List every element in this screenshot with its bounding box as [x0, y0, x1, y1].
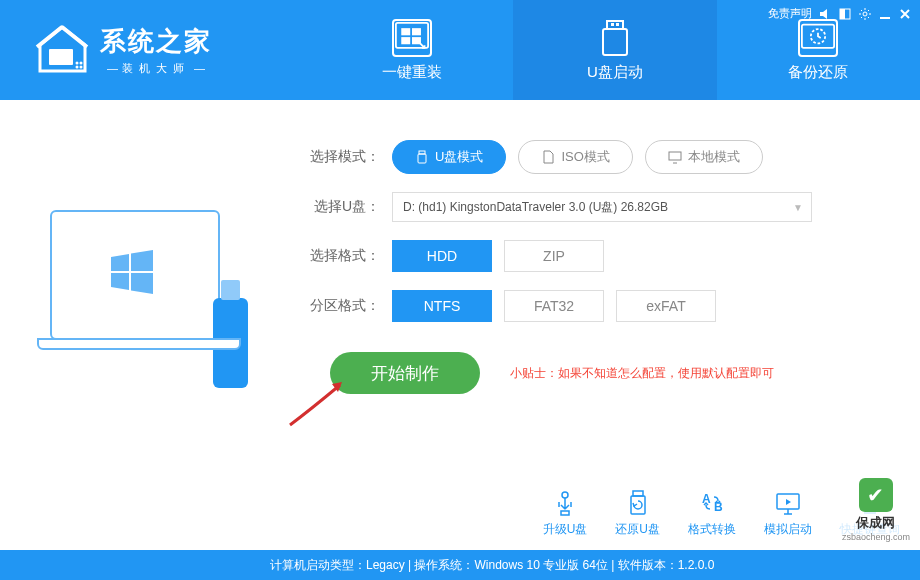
monitor-icon: [668, 150, 682, 164]
tab-label: U盘启动: [587, 63, 643, 82]
format-hdd[interactable]: HDD: [392, 240, 492, 272]
format-zip[interactable]: ZIP: [504, 240, 604, 272]
status-bar: 计算机启动类型：Legacy | 操作系统：Windows 10 专业版 64位…: [0, 550, 920, 580]
svg-rect-8: [401, 37, 410, 44]
simulate-boot-icon: [774, 489, 802, 517]
iso-icon: [541, 150, 555, 164]
upgrade-usb-icon: [551, 489, 579, 517]
watermark-badge-icon: ✔: [859, 478, 893, 512]
svg-point-3: [76, 66, 79, 69]
logo-subtitle: 装机大师: [100, 61, 212, 76]
svg-rect-13: [616, 23, 619, 26]
speaker-icon[interactable]: [818, 7, 832, 21]
svg-point-4: [80, 66, 83, 69]
usb-boot-icon: [595, 19, 635, 57]
udisk-select[interactable]: D: (hd1) KingstonDataTraveler 3.0 (U盘) 2…: [392, 192, 812, 222]
usb-icon: [415, 150, 429, 164]
action-simulate-boot[interactable]: 模拟启动: [764, 489, 812, 538]
form-area: 选择模式： U盘模式 ISO模式 本地模式 选择U盘： D: (hd1): [260, 140, 890, 394]
disclaimer-link[interactable]: 免责声明: [768, 6, 812, 21]
mode-label: 选择模式：: [300, 148, 380, 166]
svg-rect-6: [401, 28, 410, 35]
format-label: 选择格式：: [300, 247, 380, 265]
partition-ntfs[interactable]: NTFS: [392, 290, 492, 322]
logo-area: 系统之家 装机大师: [0, 24, 310, 76]
partition-exfat[interactable]: exFAT: [616, 290, 716, 322]
logo-title: 系统之家: [100, 24, 212, 59]
svg-point-2: [80, 62, 83, 65]
partition-label: 分区格式：: [300, 297, 380, 315]
tab-reinstall[interactable]: 一键重装: [310, 0, 513, 100]
tab-label: 一键重装: [382, 63, 442, 82]
settings-icon[interactable]: [858, 7, 872, 21]
action-format-convert[interactable]: AB 格式转换: [688, 489, 736, 538]
header: 系统之家 装机大师 一键重装 U盘启动 备份还原 免责声明: [0, 0, 920, 100]
svg-rect-10: [607, 21, 623, 29]
format-convert-icon: AB: [698, 489, 726, 517]
backup-icon: [798, 19, 838, 57]
svg-rect-11: [603, 29, 627, 55]
svg-rect-7: [412, 28, 421, 35]
theme-icon[interactable]: [838, 7, 852, 21]
titlebar-controls: 免责声明: [768, 6, 912, 21]
svg-rect-25: [561, 511, 569, 515]
action-upgrade-usb[interactable]: 升级U盘: [543, 489, 588, 538]
tip-text: 小贴士：如果不知道怎么配置，使用默认配置即可: [510, 365, 774, 382]
usb-illustration-icon: [213, 298, 248, 388]
svg-rect-17: [840, 9, 845, 19]
start-button[interactable]: 开始制作: [330, 352, 480, 394]
svg-point-1: [76, 62, 79, 65]
windows-logo-icon: [107, 247, 157, 297]
svg-rect-22: [669, 152, 681, 160]
svg-point-18: [863, 12, 867, 16]
logo-house-icon: [35, 25, 90, 75]
close-icon[interactable]: [898, 7, 912, 21]
chevron-down-icon: ▼: [793, 202, 803, 213]
udisk-label: 选择U盘：: [300, 198, 380, 216]
svg-rect-12: [611, 23, 614, 26]
svg-rect-0: [49, 49, 73, 65]
illustration: [30, 140, 260, 394]
action-restore-usb[interactable]: 还原U盘: [615, 489, 660, 538]
watermark: ✔ 保成网 zsbaocheng.com: [840, 476, 912, 544]
minimize-icon[interactable]: [878, 7, 892, 21]
content-area: 选择模式： U盘模式 ISO模式 本地模式 选择U盘： D: (hd1): [0, 100, 920, 394]
svg-point-24: [562, 492, 568, 498]
mode-usb[interactable]: U盘模式: [392, 140, 506, 174]
mode-local[interactable]: 本地模式: [645, 140, 763, 174]
svg-rect-21: [418, 154, 426, 163]
restore-usb-icon: [624, 489, 652, 517]
partition-fat32[interactable]: FAT32: [504, 290, 604, 322]
reinstall-icon: [392, 19, 432, 57]
tab-label: 备份还原: [788, 63, 848, 82]
tab-usb-boot[interactable]: U盘启动: [513, 0, 716, 100]
mode-iso[interactable]: ISO模式: [518, 140, 632, 174]
